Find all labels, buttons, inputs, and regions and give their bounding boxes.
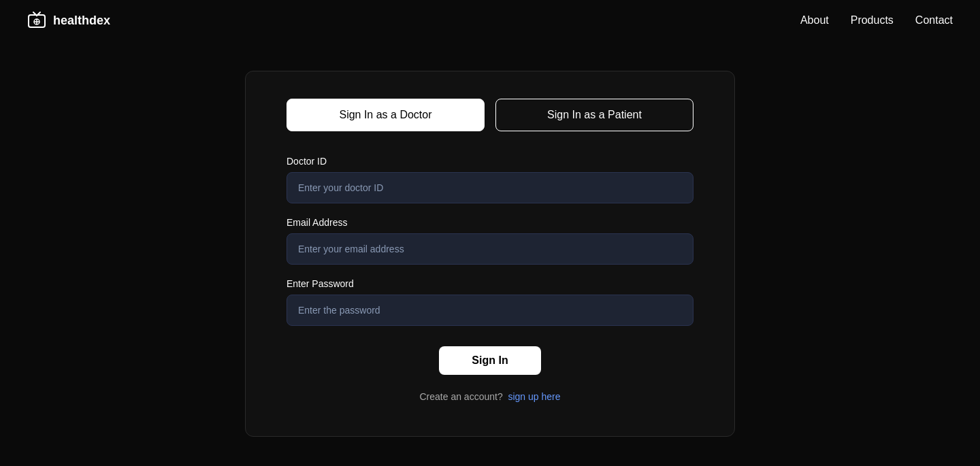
- footer-text: Create an account? sign up here: [287, 391, 693, 402]
- input-password[interactable]: [287, 295, 693, 326]
- field-doctor-id: Doctor ID: [287, 156, 693, 203]
- signin-card: Sign In as a Doctor Sign In as a Patient…: [245, 71, 735, 437]
- footer-static: Create an account?: [419, 391, 502, 402]
- field-password: Enter Password: [287, 278, 693, 326]
- nav-links: About Products Contact: [800, 14, 953, 27]
- submit-wrap: Sign In: [287, 346, 693, 375]
- navbar: healthdex About Products Contact: [0, 0, 980, 41]
- label-doctor-id: Doctor ID: [287, 156, 693, 167]
- field-email: Email Address: [287, 217, 693, 265]
- tab-row: Sign In as a Doctor Sign In as a Patient: [287, 99, 693, 131]
- input-email[interactable]: [287, 233, 693, 265]
- brand-name: healthdex: [53, 14, 110, 28]
- label-password: Enter Password: [287, 278, 693, 289]
- label-email: Email Address: [287, 217, 693, 228]
- tab-doctor[interactable]: Sign In as a Doctor: [287, 99, 485, 131]
- signup-link[interactable]: sign up here: [508, 391, 560, 402]
- input-doctor-id[interactable]: [287, 172, 693, 203]
- nav-link-about[interactable]: About: [800, 14, 829, 27]
- signin-button[interactable]: Sign In: [439, 346, 540, 375]
- tab-patient[interactable]: Sign In as a Patient: [495, 99, 693, 131]
- brand-icon: [27, 11, 46, 30]
- nav-link-products[interactable]: Products: [851, 14, 894, 27]
- nav-link-contact[interactable]: Contact: [915, 14, 953, 27]
- brand: healthdex: [27, 11, 110, 30]
- main-content: Sign In as a Doctor Sign In as a Patient…: [0, 41, 980, 466]
- signin-form: Doctor ID Email Address Enter Password S…: [287, 156, 693, 375]
